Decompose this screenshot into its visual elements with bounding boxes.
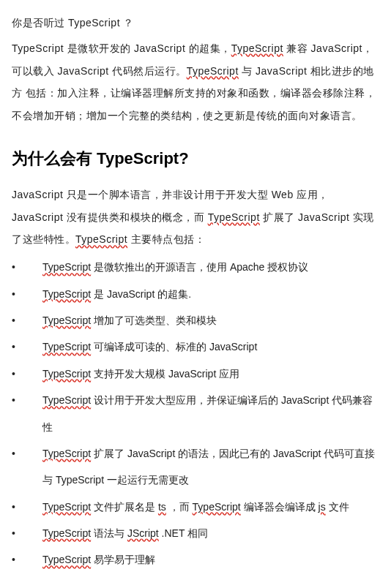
term-typescript: TypeScript xyxy=(42,394,91,406)
term-typescript: TypeScript xyxy=(42,501,91,513)
text: 设计用于开发大型应用，并保证编译后的 JavaScript 代码兼容性 xyxy=(42,394,373,432)
term-typescript: TypeScript xyxy=(193,501,241,513)
text: 文件扩展名是 xyxy=(91,501,158,513)
term-typescript: TypeScript xyxy=(187,65,239,77)
term-typescript: TypeScript xyxy=(75,233,127,245)
section-heading-why: 为什么会有 TypeScript? xyxy=(12,148,379,170)
list-item: TypeScript 文件扩展名是 ts ，而 TypeScript 编译器会编… xyxy=(12,494,379,520)
term-typescript: TypeScript xyxy=(42,554,91,565)
term-typescript: TypeScript xyxy=(42,448,91,459)
text: 支持开发大规模 JavaScript 应用 xyxy=(91,368,239,380)
list-item: TypeScript 是微软推出的开源语言，使用 Apache 授权协议 xyxy=(12,254,379,280)
intro-paragraph: TypeScript 是微软开发的 JavaScript 的超集，TypeScr… xyxy=(12,37,379,127)
text: 易学易于理解 xyxy=(91,554,155,565)
term-typescript: TypeScript xyxy=(42,288,91,300)
term-js: js xyxy=(319,501,326,513)
term-typescript: TypeScript xyxy=(42,341,91,353)
term-typescript: TypeScript xyxy=(231,42,283,54)
list-item: TypeScript 支持开发大规模 JavaScript 应用 xyxy=(12,361,379,387)
text: 是微软推出的开源语言，使用 Apache 授权协议 xyxy=(91,261,308,273)
text: TypeScript 是微软开发的 JavaScript 的超集， xyxy=(12,42,231,54)
term-typescript: TypeScript xyxy=(42,368,91,380)
text: ，而 xyxy=(166,501,193,513)
list-item: TypeScript 易学易于理解 xyxy=(12,546,379,573)
term-typescript: TypeScript xyxy=(42,261,91,273)
intro-question: 你是否听过 TypeScript ？ xyxy=(12,12,379,34)
text: 语法与 xyxy=(91,527,127,539)
term-ts: ts xyxy=(158,501,166,513)
text: 是 JavaScript 的超集. xyxy=(91,288,191,300)
text: 可编译成可读的、标准的 JavaScript xyxy=(91,341,257,353)
text: .NET 相同 xyxy=(159,527,208,539)
text: 编译器会编译成 xyxy=(241,501,319,513)
list-item: TypeScript 扩展了 JavaScript 的语法，因此已有的 Java… xyxy=(12,440,379,494)
text: 文件 xyxy=(326,501,349,513)
list-item: TypeScript 语法与 JScript .NET 相同 xyxy=(12,520,379,546)
term-typescript: TypeScript xyxy=(42,314,91,326)
why-paragraph: JavaScript 只是一个脚本语言，并非设计用于开发大型 Web 应用，Ja… xyxy=(12,184,379,251)
term-typescript: TypeScript xyxy=(42,527,91,539)
list-item: TypeScript 是 JavaScript 的超集. xyxy=(12,281,379,307)
heading-text: 为什么会有 TypeScript? xyxy=(12,149,189,167)
term-typescript: TypeScript xyxy=(208,211,260,223)
feature-list: TypeScript 是微软推出的开源语言，使用 Apache 授权协议 Typ… xyxy=(12,254,379,573)
list-item: TypeScript 设计用于开发大型应用，并保证编译后的 JavaScript… xyxy=(12,387,379,440)
term-jscript: JScript xyxy=(127,527,159,539)
text: 你是否听过 TypeScript ？ xyxy=(12,17,134,29)
text: 主要特点包括： xyxy=(127,233,205,245)
text: 增加了可选类型、类和模块 xyxy=(91,314,217,326)
list-item: TypeScript 可编译成可读的、标准的 JavaScript xyxy=(12,333,379,360)
list-item: TypeScript 增加了可选类型、类和模块 xyxy=(12,307,379,333)
text: 扩展了 JavaScript 的语法，因此已有的 JavaScript 代码可直… xyxy=(42,448,375,486)
